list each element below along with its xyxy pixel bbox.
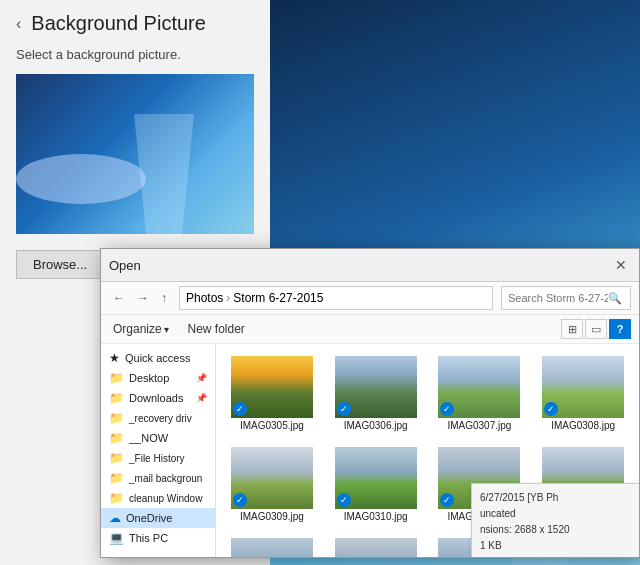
file-thumb-imag0308: ✓ xyxy=(542,356,624,418)
this-pc-icon: 💻 xyxy=(109,531,124,545)
file-thumb-imag0313: ✓ xyxy=(231,538,313,557)
sidebar-label-cleanup: cleanup Window xyxy=(129,493,202,504)
organize-button[interactable]: Organize xyxy=(109,320,173,338)
check-icon-imag0308: ✓ xyxy=(544,402,558,416)
file-name-imag0309: IMAG0309.jpg xyxy=(231,511,313,522)
file-thumb-imag0307: ✓ xyxy=(438,356,520,418)
file-thumb-imag0314: ✓ xyxy=(335,538,417,557)
check-icon-imag0309: ✓ xyxy=(233,493,247,507)
sidebar-label-desktop: Desktop xyxy=(129,372,169,384)
desktop-pin-icon: 📌 xyxy=(196,373,207,383)
clouds-decoration xyxy=(16,154,146,204)
file-item-imag0307[interactable]: ✓ IMAG0307.jpg xyxy=(432,352,528,435)
bg-panel-subtitle: Select a background picture. xyxy=(0,47,270,74)
onedrive-icon: ☁ xyxy=(109,511,121,525)
file-item-imag0308[interactable]: ✓ IMAG0308.jpg xyxy=(535,352,631,435)
sidebar-item-quick-access[interactable]: ★ Quick access xyxy=(101,348,215,368)
recovery-folder-icon: 📁 xyxy=(109,411,124,425)
file-item-imag0314[interactable]: ✓ IMAG0314.jpg xyxy=(328,534,424,557)
dialog-toolbar: ← → ↑ Photos › Storm 6-27-2015 🔍 xyxy=(101,282,639,315)
view-buttons: ⊞ ▭ ? xyxy=(561,319,631,339)
view-split-button[interactable]: ▭ xyxy=(585,319,607,339)
file-thumb-imag0306: ✓ xyxy=(335,356,417,418)
file-thumb-imag0305: ✓ xyxy=(231,356,313,418)
quick-access-icon: ★ xyxy=(109,351,120,365)
file-name-imag0305: IMAG0305.jpg xyxy=(231,420,313,431)
sidebar-item-onedrive[interactable]: ☁ OneDrive xyxy=(101,508,215,528)
sidebar-label-mail-bg: _mail backgroun xyxy=(129,473,202,484)
back-arrow-icon[interactable]: ‹ xyxy=(16,15,21,33)
search-icon: 🔍 xyxy=(608,292,622,305)
sidebar-item-desktop[interactable]: 📁 Desktop 📌 xyxy=(101,368,215,388)
new-folder-button[interactable]: New folder xyxy=(181,320,250,338)
browse-button[interactable]: Browse... xyxy=(16,250,104,279)
dialog-content: ★ Quick access 📁 Desktop 📌 📁 Downloads 📌… xyxy=(101,344,639,557)
files-grid: ✓ IMAG0305.jpg ✓ IMAG0306.jpg ✓ IMAG0307… xyxy=(216,344,639,557)
help-button[interactable]: ? xyxy=(609,319,631,339)
sidebar-label-this-pc: This PC xyxy=(129,532,168,544)
view-grid-button[interactable]: ⊞ xyxy=(561,319,583,339)
file-name-imag0308: IMAG0308.jpg xyxy=(542,420,624,431)
sidebar-label-history: _File History xyxy=(129,453,185,464)
tooltip-line4: 1 KB xyxy=(480,538,632,554)
dialog-titlebar: Open ✕ xyxy=(101,249,639,282)
sidebar-item-mail-background[interactable]: 📁 _mail backgroun xyxy=(101,468,215,488)
check-icon-imag0307: ✓ xyxy=(440,402,454,416)
file-item-imag0313[interactable]: ✓ IMAG0313.jpg xyxy=(224,534,320,557)
tooltip-line2: uncated xyxy=(480,506,632,522)
bg-panel-title: Background Picture xyxy=(31,12,206,35)
dialog-title: Open xyxy=(109,258,141,273)
breadcrumb-arrow-icon: › xyxy=(226,291,230,305)
sidebar-label-downloads: Downloads xyxy=(129,392,183,404)
file-thumb-imag0310: ✓ xyxy=(335,447,417,509)
back-nav-button[interactable]: ← xyxy=(109,289,129,307)
forward-nav-button[interactable]: → xyxy=(133,289,153,307)
sidebar-item-cleanup[interactable]: 📁 cleanup Window xyxy=(101,488,215,508)
file-name-imag0310: IMAG0310.jpg xyxy=(335,511,417,522)
up-nav-button[interactable]: ↑ xyxy=(157,289,171,307)
check-icon-imag0306: ✓ xyxy=(337,402,351,416)
mail-bg-folder-icon: 📁 xyxy=(109,471,124,485)
breadcrumb-bar[interactable]: Photos › Storm 6-27-2015 xyxy=(179,286,493,310)
file-item-imag0309[interactable]: ✓ IMAG0309.jpg xyxy=(224,443,320,526)
file-tooltip-imag0312: 6/27/2015 [YB Ph uncated nsions: 2688 x … xyxy=(471,483,639,557)
tooltip-line3: nsions: 2688 x 1520 xyxy=(480,522,632,538)
sidebar-item-recovery[interactable]: 📁 _recovery driv xyxy=(101,408,215,428)
sidebar: ★ Quick access 📁 Desktop 📌 📁 Downloads 📌… xyxy=(101,344,216,557)
light-beam-decoration xyxy=(134,114,194,234)
bg-preview xyxy=(16,74,254,234)
breadcrumb-part-2: Storm 6-27-2015 xyxy=(233,291,323,305)
sidebar-item-now[interactable]: 📁 __NOW xyxy=(101,428,215,448)
file-name-imag0306: IMAG0306.jpg xyxy=(335,420,417,431)
file-open-dialog: Open ✕ ← → ↑ Photos › Storm 6-27-2015 🔍 … xyxy=(100,248,640,558)
check-icon-imag0310: ✓ xyxy=(337,493,351,507)
breadcrumb-part-1: Photos xyxy=(186,291,223,305)
search-input[interactable] xyxy=(508,292,608,304)
file-item-imag0310[interactable]: ✓ IMAG0310.jpg xyxy=(328,443,424,526)
sidebar-label-quick-access: Quick access xyxy=(125,352,190,364)
check-icon-imag0305: ✓ xyxy=(233,402,247,416)
history-folder-icon: 📁 xyxy=(109,451,124,465)
bg-panel-header: ‹ Background Picture xyxy=(0,0,270,47)
dialog-close-button[interactable]: ✕ xyxy=(611,255,631,275)
sidebar-item-file-history[interactable]: 📁 _File History xyxy=(101,448,215,468)
file-name-imag0307: IMAG0307.jpg xyxy=(438,420,520,431)
now-folder-icon: 📁 xyxy=(109,431,124,445)
file-thumb-imag0309: ✓ xyxy=(231,447,313,509)
command-bar: Organize New folder ⊞ ▭ ? xyxy=(101,315,639,344)
sidebar-item-this-pc[interactable]: 💻 This PC xyxy=(101,528,215,548)
file-item-imag0305[interactable]: ✓ IMAG0305.jpg xyxy=(224,352,320,435)
file-item-imag0312[interactable]: ✓ IMAG0312.jpg 6/27/2015 [YB Ph uncated … xyxy=(535,443,631,526)
sidebar-label-onedrive: OneDrive xyxy=(126,512,172,524)
cleanup-folder-icon: 📁 xyxy=(109,491,124,505)
sidebar-label-recovery: _recovery driv xyxy=(129,413,192,424)
check-icon-imag0311: ✓ xyxy=(440,493,454,507)
search-box: 🔍 xyxy=(501,286,631,310)
tooltip-line1: 6/27/2015 [YB Ph xyxy=(480,490,632,506)
downloads-folder-icon: 📁 xyxy=(109,391,124,405)
downloads-pin-icon: 📌 xyxy=(196,393,207,403)
file-item-imag0306[interactable]: ✓ IMAG0306.jpg xyxy=(328,352,424,435)
sidebar-item-downloads[interactable]: 📁 Downloads 📌 xyxy=(101,388,215,408)
sidebar-label-now: __NOW xyxy=(129,432,168,444)
desktop-folder-icon: 📁 xyxy=(109,371,124,385)
